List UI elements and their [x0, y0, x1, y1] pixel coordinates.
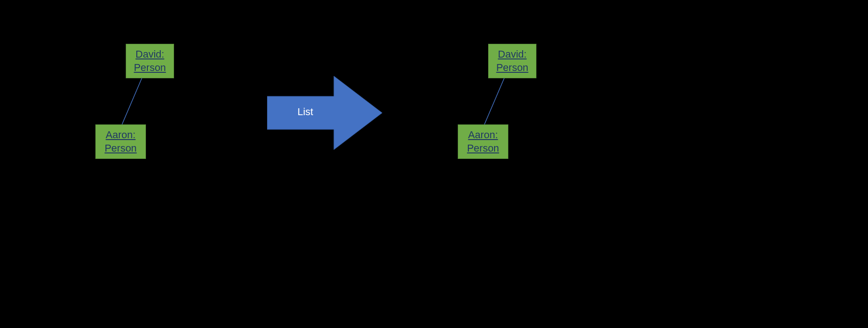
object-name-label: David: — [132, 48, 168, 61]
connector-line-left — [117, 76, 150, 127]
svg-marker-1 — [267, 76, 382, 150]
arrow-right: List — [267, 76, 382, 150]
object-box-david-left: David: Person — [126, 44, 174, 78]
object-name-label: David: — [494, 48, 530, 61]
object-type-label: Person — [464, 142, 502, 155]
object-box-aaron-left: Aaron: Person — [95, 124, 146, 159]
object-type-label: Person — [132, 61, 168, 75]
diagram-container: David: Person Aaron: Person List David: … — [0, 0, 868, 328]
object-box-david-right: David: Person — [488, 44, 536, 78]
object-name-label: Aaron: — [101, 129, 140, 142]
svg-line-0 — [122, 76, 143, 124]
connector-line-right — [480, 76, 512, 127]
svg-line-2 — [484, 76, 505, 124]
arrow-label: List — [297, 106, 313, 118]
object-name-label: Aaron: — [464, 129, 502, 142]
object-box-aaron-right: Aaron: Person — [458, 124, 508, 159]
object-type-label: Person — [494, 61, 530, 75]
object-type-label: Person — [101, 142, 140, 155]
